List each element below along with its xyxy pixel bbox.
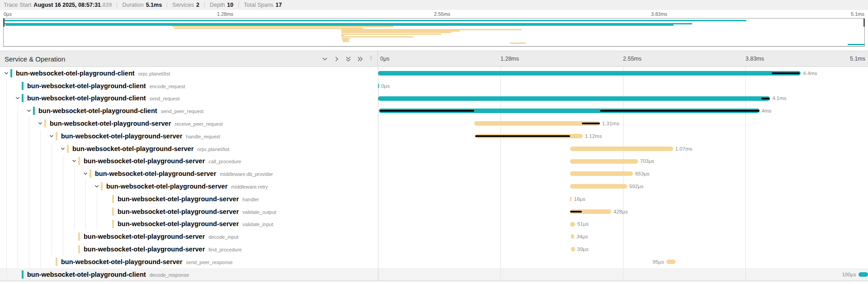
- service-color-swatch: [44, 119, 46, 128]
- span-names: bun-websocket-otel-playground-servercall…: [84, 157, 241, 165]
- span-duration-bar[interactable]: [378, 84, 379, 88]
- span-row[interactable]: bun-websocket-otel-playground-clientdeco…: [0, 268, 868, 281]
- indent-guide: [29, 230, 29, 243]
- span-duration-bar[interactable]: [570, 171, 633, 176]
- span-name-cell[interactable]: bun-websocket-otel-playground-clientorpc…: [0, 67, 378, 80]
- span-row[interactable]: bun-websocket-otel-playground-servermidd…: [0, 167, 868, 180]
- span-toggle[interactable]: [26, 108, 32, 114]
- expand-one-button[interactable]: [319, 53, 330, 65]
- span-toggle[interactable]: [71, 158, 77, 164]
- span-name-cell[interactable]: bun-websocket-otel-playground-servervali…: [0, 218, 378, 231]
- span-toggle[interactable]: [38, 121, 43, 126]
- span-row[interactable]: bun-websocket-otel-playground-servercall…: [0, 155, 868, 168]
- span-row[interactable]: bun-websocket-otel-playground-clientsend…: [0, 92, 868, 105]
- span-row[interactable]: bun-websocket-otel-playground-serverorpc…: [0, 142, 868, 155]
- span-timeline-cell[interactable]: 428μs: [378, 205, 868, 218]
- span-name-cell[interactable]: bun-websocket-otel-playground-serverorpc…: [0, 142, 378, 155]
- span-toggle[interactable]: [15, 95, 20, 101]
- span-duration-label: 4.1ms: [772, 95, 786, 101]
- span-duration-bar[interactable]: [570, 184, 627, 189]
- span-timeline-cell[interactable]: 1.12ms: [378, 130, 868, 142]
- span-duration-bar[interactable]: [570, 159, 637, 164]
- span-duration-label: 4ms: [762, 108, 772, 114]
- services-value: 2: [196, 2, 199, 8]
- span-duration-bar[interactable]: [474, 121, 600, 126]
- collapse-one-button[interactable]: [330, 53, 342, 65]
- span-timeline-cell[interactable]: 1.07ms: [378, 142, 868, 155]
- span-name-cell[interactable]: bun-websocket-otel-playground-serverdeco…: [0, 230, 378, 243]
- span-timeline-cell[interactable]: 653μs: [378, 167, 868, 180]
- span-timeline-cell[interactable]: 34μs: [378, 230, 868, 243]
- trace-minimap[interactable]: [3, 18, 865, 47]
- collapse-chevron-icon: [4, 71, 9, 76]
- span-names: bun-websocket-otel-playground-clientorpc…: [16, 69, 170, 77]
- span-timeline-cell[interactable]: 1.31ms: [378, 117, 868, 130]
- span-row[interactable]: bun-websocket-otel-playground-clientorpc…: [0, 67, 868, 80]
- span-name-cell[interactable]: bun-websocket-otel-playground-servervali…: [0, 205, 378, 218]
- span-name-cell[interactable]: bun-websocket-otel-playground-serversend…: [0, 256, 378, 268]
- span-row[interactable]: bun-websocket-otel-playground-servervali…: [0, 218, 868, 231]
- minimap-left-scrubber-handle[interactable]: [3, 19, 5, 27]
- indent-guide: [74, 193, 75, 205]
- span-name-cell[interactable]: bun-websocket-otel-playground-servercall…: [0, 155, 378, 168]
- span-name-cell[interactable]: bun-websocket-otel-playground-clientenco…: [0, 80, 378, 92]
- span-row[interactable]: bun-websocket-otel-playground-serverdeco…: [0, 230, 868, 243]
- span-name-cell[interactable]: bun-websocket-otel-playground-servermidd…: [0, 167, 378, 180]
- span-duration-bar[interactable]: [666, 260, 675, 264]
- span-row[interactable]: bun-websocket-otel-playground-serverhand…: [0, 193, 868, 205]
- span-duration-bar[interactable]: [570, 222, 575, 227]
- span-timeline-cell[interactable]: 95μs: [378, 256, 868, 268]
- span-name-cell[interactable]: bun-websocket-otel-playground-clientsend…: [0, 104, 378, 117]
- span-row[interactable]: bun-websocket-otel-playground-serverrece…: [0, 117, 868, 130]
- span-name-cell[interactable]: bun-websocket-otel-playground-clientdeco…: [0, 268, 378, 281]
- collapse-all-button[interactable]: [354, 53, 366, 65]
- span-duration-bar[interactable]: [570, 197, 571, 201]
- span-toggle[interactable]: [83, 171, 88, 176]
- span-timeline-cell[interactable]: 4ms: [378, 104, 868, 117]
- span-timeline-cell[interactable]: 703μs: [378, 155, 868, 168]
- span-duration-bar[interactable]: [571, 247, 575, 251]
- span-timeline-cell[interactable]: 100μs: [378, 268, 868, 281]
- span-name-cell[interactable]: bun-websocket-otel-playground-serverrece…: [0, 117, 378, 130]
- services-stat: Services 2: [172, 2, 199, 8]
- span-row[interactable]: bun-websocket-otel-playground-clientsend…: [0, 104, 868, 117]
- critical-path-segment: [570, 211, 582, 213]
- span-toggle[interactable]: [4, 71, 9, 76]
- span-name-cell[interactable]: bun-websocket-otel-playground-serverhand…: [0, 193, 378, 205]
- span-timeline-cell[interactable]: 0μs: [378, 80, 868, 92]
- span-timeline-cell[interactable]: 16μs: [378, 193, 868, 205]
- span-toggle[interactable]: [94, 184, 99, 189]
- service-name: bun-websocket-otel-playground-server: [84, 246, 205, 253]
- span-duration-bar[interactable]: [570, 147, 673, 151]
- span-name-cell[interactable]: bun-websocket-otel-playground-clientsend…: [0, 92, 378, 105]
- indent-guide: [97, 218, 97, 231]
- span-timeline-cell[interactable]: 592μs: [378, 180, 868, 193]
- span-timeline-cell[interactable]: 4.1ms: [378, 92, 868, 105]
- span-timeline-cell[interactable]: 4.4ms: [378, 67, 868, 80]
- trace-start-label: Trace Start: [4, 2, 31, 8]
- span-row[interactable]: bun-websocket-otel-playground-serverhand…: [0, 130, 868, 142]
- column-resizer-handle[interactable]: [370, 56, 372, 60]
- span-duration-bar[interactable]: [378, 96, 770, 101]
- span-timeline-cell[interactable]: 39μs: [378, 243, 868, 256]
- indent-guide: [29, 155, 29, 168]
- span-name-cell[interactable]: bun-websocket-otel-playground-serverfind…: [0, 243, 378, 256]
- span-timeline-cell[interactable]: 51μs: [378, 218, 868, 231]
- span-name-cell[interactable]: bun-websocket-otel-playground-servermidd…: [0, 180, 378, 193]
- span-row[interactable]: bun-websocket-otel-playground-clientenco…: [0, 80, 868, 92]
- span-duration-bar[interactable]: [571, 234, 574, 239]
- span-names: bun-websocket-otel-playground-servervali…: [118, 208, 276, 216]
- span-toggle[interactable]: [60, 146, 66, 151]
- minimap-right-scrubber-handle[interactable]: [863, 19, 865, 27]
- span-duration-bar[interactable]: [378, 71, 801, 76]
- span-row[interactable]: bun-websocket-otel-playground-servervali…: [0, 205, 868, 218]
- expand-all-button[interactable]: [342, 53, 354, 65]
- span-duration-bar[interactable]: [859, 272, 868, 277]
- span-name-cell[interactable]: bun-websocket-otel-playground-serverhand…: [0, 130, 378, 142]
- indent-guide: [18, 256, 18, 268]
- span-row[interactable]: bun-websocket-otel-playground-servermidd…: [0, 180, 868, 193]
- span-toggle[interactable]: [49, 133, 54, 139]
- critical-path-segment: [600, 110, 760, 112]
- span-row[interactable]: bun-websocket-otel-playground-serversend…: [0, 256, 868, 268]
- span-row[interactable]: bun-websocket-otel-playground-serverfind…: [0, 243, 868, 256]
